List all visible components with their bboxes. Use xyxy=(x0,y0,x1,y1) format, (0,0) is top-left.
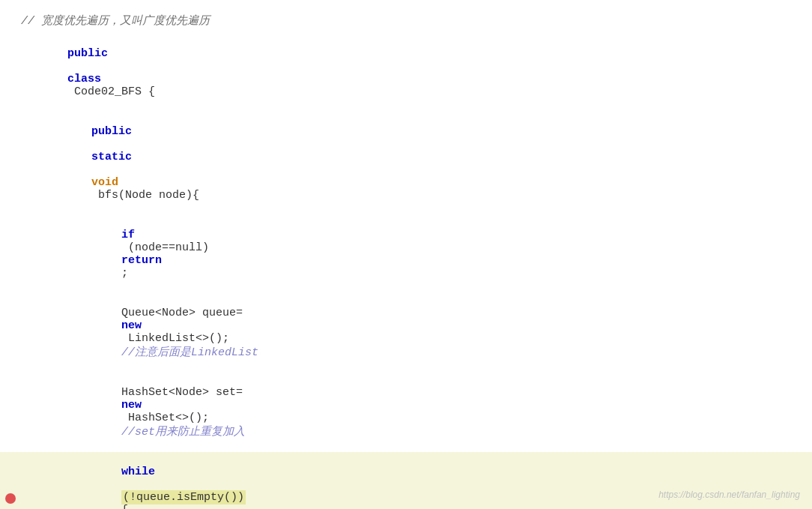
keyword-class: class xyxy=(67,73,101,85)
while-condition-highlight: (!queue.isEmpty()) xyxy=(121,490,246,505)
breakpoint-6 xyxy=(5,493,16,504)
line-content-5: HashSet<Node> set= new HashSet<>(); //se… xyxy=(21,373,812,451)
keyword-public: public xyxy=(67,47,108,60)
line-content-4: Queue<Node> queue= new LinkedList<>(); /… xyxy=(21,294,812,372)
line-content-1: public class Code02_BFS { xyxy=(21,34,812,111)
code-line-1: public class Code02_BFS { xyxy=(0,34,812,112)
line-content-2: public static void bfs(Node node){ xyxy=(21,112,812,214)
top-comment-text: // 宽度优先遍历，又叫广度优先遍历 xyxy=(21,15,210,28)
code-line-2: public static void bfs(Node node){ xyxy=(0,112,812,215)
code-line-4: Queue<Node> queue= new LinkedList<>(); /… xyxy=(0,293,812,373)
code-line-5: HashSet<Node> set= new HashSet<>(); //se… xyxy=(0,373,812,452)
gutter-6 xyxy=(0,493,21,504)
code-line-3: if (node==null) return ; xyxy=(0,215,812,293)
line-content-3: if (node==null) return ; xyxy=(21,216,812,292)
code-line-6: while (!queue.isEmpty()) { //只要队列非空，就弹出 xyxy=(0,452,812,509)
code-editor: // 宽度优先遍历，又叫广度优先遍历 public class Code02_B… xyxy=(0,0,812,509)
watermark-text: https://blog.csdn.net/fanfan_lighting xyxy=(658,490,800,500)
top-comment-line: // 宽度优先遍历，又叫广度优先遍历 xyxy=(0,7,812,34)
line-content-6: while (!queue.isEmpty()) { //只要队列非空，就弹出 xyxy=(21,453,812,509)
